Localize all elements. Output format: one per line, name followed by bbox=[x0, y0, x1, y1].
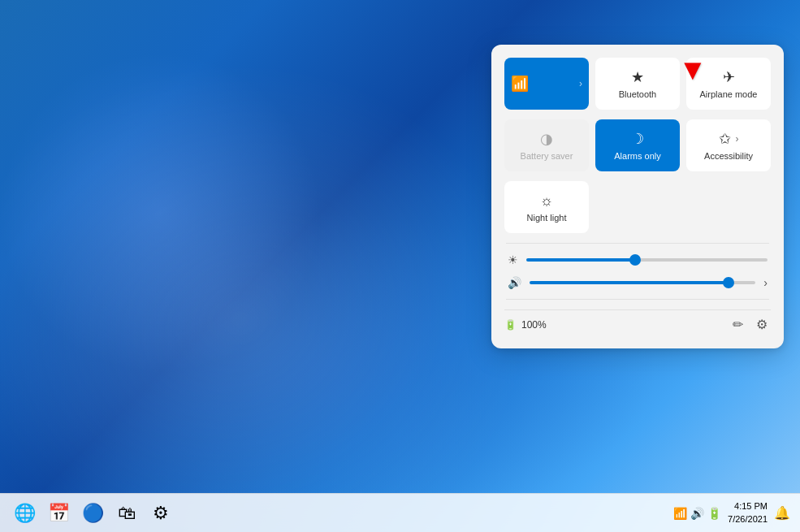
airplane-label: Airplane mode bbox=[700, 89, 758, 99]
brightness-slider-row: ☀ bbox=[504, 253, 771, 266]
night-light-icon: ☼ bbox=[540, 192, 554, 210]
accessibility-icon: ✩ bbox=[719, 130, 731, 148]
taskbar-clock[interactable]: 4:15 PM 7/26/2021 bbox=[728, 500, 768, 526]
desktop: ▼ 📶 › ★ Bluetooth ✈ Airplane mode bbox=[0, 0, 800, 532]
taskbar-chrome-icon[interactable]: 🔵 bbox=[78, 499, 107, 528]
bluetooth-icon: ★ bbox=[631, 68, 644, 86]
taskbar-calendar-icon[interactable]: 📅 bbox=[44, 499, 73, 528]
airplane-icon: ✈ bbox=[723, 68, 735, 86]
quick-settings-panel: ▼ 📶 › ★ Bluetooth ✈ Airplane mode bbox=[491, 45, 784, 348]
divider-1 bbox=[506, 243, 769, 244]
battery-percentage: 100% bbox=[521, 319, 547, 331]
battery-saver-icon: ◑ bbox=[540, 130, 553, 148]
battery-saver-button[interactable]: ◑ Battery saver bbox=[504, 119, 589, 171]
quick-settings-footer: 🔋 100% ✏ ⚙ bbox=[504, 309, 771, 335]
volume-slider-row: 🔊 › bbox=[504, 276, 771, 289]
tray-volume-icon: 🔊 bbox=[690, 507, 704, 520]
brightness-icon: ☀ bbox=[508, 253, 518, 266]
taskbar-time: 4:15 PM bbox=[728, 500, 768, 513]
airplane-mode-button[interactable]: ✈ Airplane mode bbox=[686, 58, 771, 110]
volume-icon: 🔊 bbox=[508, 276, 521, 289]
alarms-only-label: Alarms only bbox=[614, 151, 660, 161]
wifi-icon: 📶 bbox=[511, 75, 529, 93]
taskbar: 🌐 📅 🔵 🛍 ⚙ 📶 🔊 🔋 4:15 PM 7/ bbox=[0, 493, 800, 532]
volume-chevron-icon[interactable]: › bbox=[763, 276, 768, 289]
taskbar-edge-icon[interactable]: 🌐 bbox=[10, 499, 39, 528]
wifi-chevron-icon: › bbox=[579, 78, 582, 89]
taskbar-left: 🌐 📅 🔵 🛍 ⚙ bbox=[10, 499, 673, 528]
taskbar-settings-icon[interactable]: ⚙ bbox=[146, 499, 175, 528]
accessibility-chevron-icon: › bbox=[736, 133, 739, 145]
tray-battery-icon: 🔋 bbox=[707, 507, 721, 520]
quick-settings-row-2: ◑ Battery saver ☽ Alarms only ✩ › Access… bbox=[504, 119, 771, 171]
battery-icon: 🔋 bbox=[504, 319, 517, 331]
notification-icon[interactable]: 🔔 bbox=[774, 505, 790, 521]
quick-settings-row-3: ☼ Night light bbox=[504, 181, 771, 233]
taskbar-right: 📶 🔊 🔋 4:15 PM 7/26/2021 🔔 bbox=[673, 500, 790, 526]
volume-slider[interactable] bbox=[530, 281, 755, 284]
alarms-only-icon: ☽ bbox=[631, 130, 644, 148]
bluetooth-label: Bluetooth bbox=[619, 89, 656, 99]
quick-settings-row-1: 📶 › ★ Bluetooth ✈ Airplane mode bbox=[504, 58, 771, 110]
night-light-button[interactable]: ☼ Night light bbox=[504, 181, 589, 233]
system-tray-icons[interactable]: 📶 🔊 🔋 bbox=[673, 507, 721, 520]
battery-saver-label: Battery saver bbox=[521, 151, 573, 161]
accessibility-button[interactable]: ✩ › Accessibility bbox=[686, 119, 771, 171]
taskbar-date: 7/26/2021 bbox=[728, 513, 768, 526]
tray-wifi-icon: 📶 bbox=[673, 507, 687, 520]
wifi-button[interactable]: 📶 › bbox=[504, 58, 589, 110]
bluetooth-button[interactable]: ★ Bluetooth bbox=[595, 58, 680, 110]
brightness-slider[interactable] bbox=[526, 258, 768, 262]
divider-2 bbox=[506, 299, 769, 300]
taskbar-store-icon[interactable]: 🛍 bbox=[112, 499, 141, 528]
edit-button[interactable]: ✏ bbox=[729, 314, 746, 335]
battery-status: 🔋 100% bbox=[504, 319, 729, 331]
accessibility-label: Accessibility bbox=[704, 151, 753, 161]
alarms-only-button[interactable]: ☽ Alarms only bbox=[595, 119, 680, 171]
footer-icons: ✏ ⚙ bbox=[729, 314, 771, 335]
settings-button[interactable]: ⚙ bbox=[753, 314, 771, 335]
night-light-label: Night light bbox=[527, 213, 567, 223]
